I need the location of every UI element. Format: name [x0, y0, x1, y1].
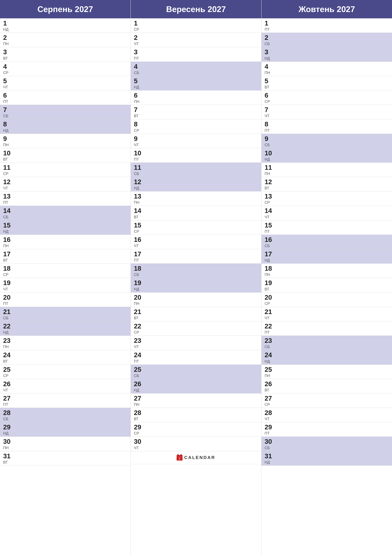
day-name: ЧТ [265, 417, 389, 421]
day-row: 29ПТ [261, 422, 392, 437]
day-row: 14ЧТ [261, 206, 392, 220]
day-number: 2 [265, 34, 389, 41]
day-name: ПН [265, 71, 389, 75]
day-number: 19 [3, 279, 127, 286]
day-row: 23ЧТ [131, 336, 261, 350]
day-row: 23ПН [0, 336, 131, 350]
day-name: ПН [134, 200, 258, 205]
day-name: ПТ [3, 200, 127, 205]
day-number: 20 [134, 294, 258, 301]
day-name: ПН [265, 171, 389, 176]
month-title-september: Вересень 2027 [166, 5, 226, 14]
day-row: 12ЧТ [0, 177, 131, 191]
day-row: 11ПН [261, 163, 392, 177]
day-number: 22 [3, 323, 127, 330]
day-name: ЧТ [3, 287, 127, 292]
day-row: 24ВТ [0, 350, 131, 365]
day-name: НД [3, 27, 127, 32]
day-name: ВТ [134, 417, 258, 421]
day-name: ЧТ [3, 186, 127, 190]
day-row: 7ЧТ [261, 105, 392, 119]
day-name: СР [134, 431, 258, 436]
day-row: 26ЧТ [0, 379, 131, 394]
day-number: 18 [3, 265, 127, 272]
day-row: 16ЧТ [131, 235, 261, 249]
day-number: 19 [265, 279, 389, 286]
day-number: 9 [265, 135, 389, 142]
day-row: 17ВТ [0, 249, 131, 263]
day-name: СР [265, 402, 389, 407]
day-number: 14 [134, 207, 258, 214]
day-number: 11 [3, 164, 127, 171]
day-number: 15 [265, 222, 389, 229]
day-number: 10 [134, 150, 258, 157]
day-row: 26НД [131, 379, 261, 394]
day-number: 31 [3, 453, 127, 460]
day-name: НД [3, 128, 127, 133]
day-row: 18ПН [261, 263, 392, 278]
month-header-september: Вересень 2027 [131, 0, 261, 18]
day-row: 6ПН [131, 90, 261, 105]
day-row: 8ПТ [261, 119, 392, 134]
day-name: ЧТ [265, 114, 389, 118]
day-number: 5 [265, 77, 389, 85]
day-row: 29НД [0, 422, 131, 437]
day-name: ВТ [134, 114, 258, 118]
day-number: 10 [3, 150, 127, 157]
day-row: 6СР [261, 90, 392, 105]
day-name: НД [3, 229, 127, 234]
day-number: 16 [3, 236, 127, 243]
day-number: 29 [3, 424, 127, 431]
header-row: Серпень 2027 Вересень 2027 Жовтень 2027 [0, 0, 392, 18]
day-row: 19ЧТ [0, 278, 131, 292]
day-number: 16 [265, 236, 389, 243]
day-name: ПТ [3, 402, 127, 407]
day-row: 8СР [131, 119, 261, 134]
day-name: ВТ [265, 388, 389, 392]
day-name: ЧТ [265, 215, 389, 219]
day-name: НД [134, 287, 258, 292]
day-name: ПТ [3, 301, 127, 306]
day-number: 25 [134, 366, 258, 373]
svg-rect-1 [178, 454, 179, 456]
day-row: 29СР [131, 422, 261, 437]
day-name: СР [134, 330, 258, 335]
day-number: 9 [134, 135, 258, 142]
day-number: 25 [265, 366, 389, 373]
day-name: ПН [134, 402, 258, 407]
day-row: 25ПН [261, 365, 392, 379]
day-name: ЧТ [134, 143, 258, 147]
day-row: 25СР [0, 365, 131, 379]
day-number: 15 [134, 222, 258, 229]
day-number: 6 [265, 92, 389, 99]
inline-logo-icon: 7 [177, 454, 183, 461]
day-name: ПТ [265, 229, 389, 234]
day-row: 11СР [0, 163, 131, 177]
svg-rect-2 [181, 454, 182, 456]
day-name: НД [265, 56, 389, 61]
day-row: 4СР [0, 62, 131, 76]
day-number: 21 [3, 308, 127, 315]
day-name: ЧТ [265, 316, 389, 320]
day-row: 12ВТ [261, 177, 392, 191]
day-row: 21ЧТ [261, 307, 392, 321]
day-row: 17НД [261, 249, 392, 263]
day-row: 1НД [0, 18, 131, 33]
day-number: 12 [134, 178, 258, 186]
day-row: 30ПН [0, 437, 131, 451]
day-number: 24 [134, 351, 258, 359]
day-name: НД [265, 460, 389, 465]
day-name: ПТ [265, 431, 389, 436]
day-row: 10НД [261, 148, 392, 163]
day-row: 22НД [0, 321, 131, 336]
day-number: 11 [265, 164, 389, 171]
day-number: 23 [265, 337, 389, 344]
day-number: 13 [3, 193, 127, 200]
day-row: 18СР [0, 263, 131, 278]
day-number: 15 [3, 222, 127, 229]
day-number: 18 [265, 265, 389, 272]
day-number: 6 [3, 92, 127, 99]
day-row: 16ПН [0, 235, 131, 249]
day-row: 15СР [131, 220, 261, 235]
day-name: ПТ [265, 128, 389, 133]
